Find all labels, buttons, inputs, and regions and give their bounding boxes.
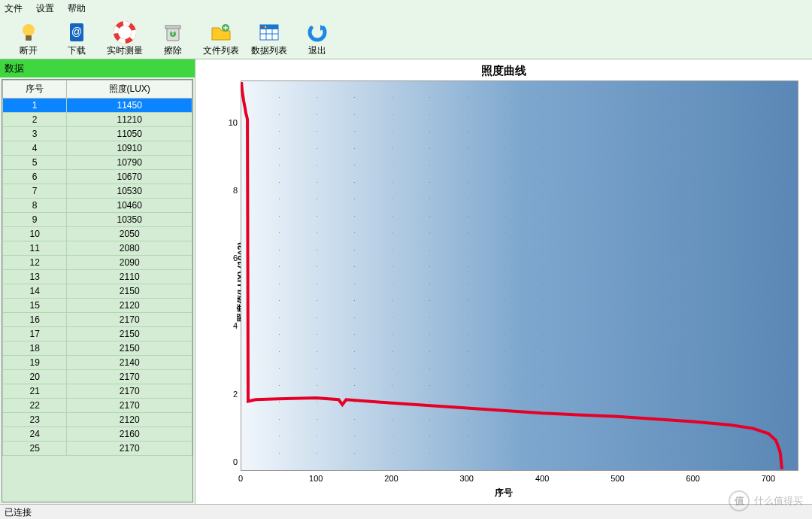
cell-lux: 10530 [67,184,192,199]
table-icon [257,20,281,44]
table-row[interactable]: 102050 [3,227,192,241]
book-icon: @ [65,20,89,44]
data-table-scroll[interactable]: 序号 照度(LUX) 11145021121031105041091051079… [2,79,193,502]
table-row[interactable]: 192140 [3,356,192,370]
toolbar: 断开 @ 下载 实时测量 擦除 文件列表 数据列表 退出 [0,17,812,59]
table-row[interactable]: 212170 [3,384,192,399]
menu-file[interactable]: 文件 [5,2,23,14]
cell-index: 10 [3,227,67,241]
plot-area[interactable] [241,80,798,471]
cell-index: 22 [3,399,67,413]
table-row[interactable]: 182150 [3,341,192,356]
cell-lux: 2120 [67,413,192,427]
table-row[interactable]: 610670 [3,170,192,184]
svg-point-15 [262,26,263,27]
exit-arrow-icon [305,20,329,44]
table-row[interactable]: 132110 [3,270,192,284]
cell-lux: 2170 [67,384,192,399]
cell-lux: 10790 [67,156,192,170]
filelist-button[interactable]: 文件列表 [198,20,244,57]
toolbar-label: 数据列表 [251,44,287,57]
x-tick: 600 [686,474,699,483]
lifebuoy-icon [113,20,137,44]
table-row[interactable]: 202170 [3,370,192,384]
svg-rect-1 [26,35,32,41]
x-tick: 500 [611,474,624,483]
table-row[interactable]: 162170 [3,313,192,327]
cell-lux: 11210 [67,113,192,127]
x-tick: 100 [309,474,323,483]
cell-index: 21 [3,384,67,399]
svg-point-4 [116,23,134,41]
cell-index: 16 [3,313,67,327]
y-axis-ticks: 0246810 [224,80,239,471]
erase-button[interactable]: 擦除 [150,20,195,57]
table-row[interactable]: 510790 [3,156,192,170]
table-row[interactable]: 172150 [3,327,192,341]
cell-index: 9 [3,213,67,227]
cell-index: 23 [3,413,67,427]
cell-index: 18 [3,341,67,356]
table-row[interactable]: 122090 [3,256,192,270]
cell-index: 5 [3,156,67,170]
toolbar-label: 擦除 [164,44,182,57]
x-axis-ticks: 0100200300400500600700 [241,474,798,486]
realtime-button[interactable]: 实时测量 [102,20,147,57]
cell-index: 12 [3,256,67,270]
table-row[interactable]: 910350 [3,213,192,227]
col-index[interactable]: 序号 [3,80,67,99]
cell-index: 11 [3,241,67,256]
table-row[interactable]: 242160 [3,427,192,442]
status-connected: 已连接 [5,507,32,517]
table-row[interactable]: 232120 [3,413,192,427]
y-tick: 8 [233,186,238,195]
table-row[interactable]: 222170 [3,399,192,413]
toolbar-label: 断开 [20,44,38,57]
cell-lux: 2150 [67,327,192,341]
table-row[interactable]: 810460 [3,199,192,213]
table-row[interactable]: 211210 [3,113,192,127]
cell-lux: 2170 [67,399,192,413]
col-lux[interactable]: 照度(LUX) [67,80,192,99]
table-row[interactable]: 311050 [3,127,192,141]
toolbar-label: 退出 [308,44,326,57]
cell-index: 8 [3,199,67,213]
exit-button[interactable]: 退出 [295,20,340,57]
watermark-text: 什么值得买 [754,494,803,508]
cell-lux: 2170 [67,313,192,327]
cell-lux: 11050 [67,127,192,141]
download-button[interactable]: @ 下载 [54,20,99,57]
table-row[interactable]: 252170 [3,442,192,456]
table-row[interactable]: 112080 [3,241,192,256]
trash-icon [161,20,185,44]
cell-lux: 2080 [67,241,192,256]
table-row[interactable]: 111450 [3,99,192,113]
cell-lux: 10670 [67,170,192,184]
table-row[interactable]: 710530 [3,184,192,199]
cell-index: 4 [3,141,67,156]
menu-settings[interactable]: 设置 [36,2,54,14]
svg-point-16 [265,26,266,27]
cell-index: 14 [3,284,67,299]
disconnect-button[interactable]: 断开 [6,20,51,57]
cell-lux: 2140 [67,356,192,370]
x-tick: 400 [535,474,549,483]
table-row[interactable]: 152120 [3,299,192,313]
status-bar: 已连接 [0,504,812,519]
cell-index: 6 [3,170,67,184]
menu-help[interactable]: 帮助 [68,2,86,14]
sidebar-title: 数据 [0,59,195,77]
cell-lux: 2050 [67,227,192,241]
watermark-logo-icon: 值 [729,490,750,511]
cell-lux: 2120 [67,299,192,313]
chart-panel: 照度曲线 照度值(LUX) (10^3) 序号 0246810 01002003… [195,59,812,504]
datalist-button[interactable]: 数据列表 [247,20,292,57]
y-tick: 10 [229,118,238,127]
y-tick: 6 [233,253,238,263]
cell-index: 17 [3,327,67,341]
cell-index: 20 [3,370,67,384]
cell-lux: 2170 [67,442,192,456]
folder-plus-icon [209,20,233,44]
table-row[interactable]: 142150 [3,284,192,299]
table-row[interactable]: 410910 [3,141,192,156]
